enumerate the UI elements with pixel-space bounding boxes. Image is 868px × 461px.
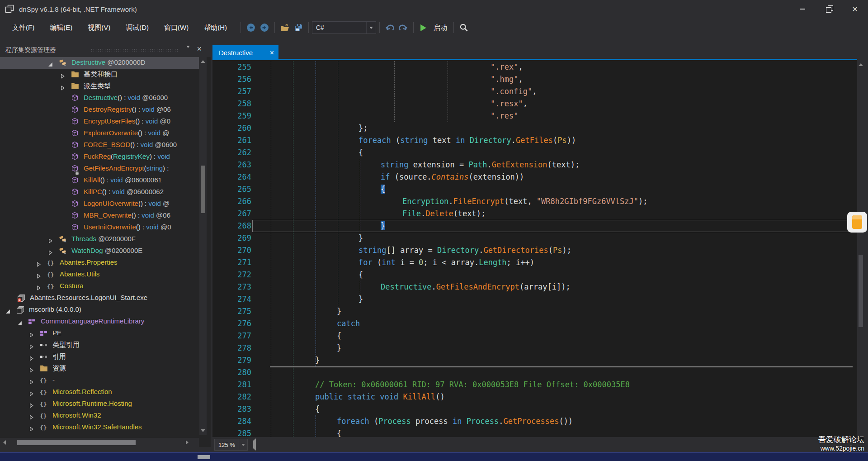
- expander-collapsed-icon[interactable]: [29, 425, 34, 433]
- menu-item-2[interactable]: 视图(V): [80, 18, 118, 37]
- start-debug-button[interactable]: [417, 21, 430, 34]
- redo-button[interactable]: [396, 21, 410, 34]
- expander-collapsed-icon[interactable]: [29, 390, 34, 398]
- expander-collapsed-icon[interactable]: [29, 355, 34, 363]
- expander-collapsed-icon[interactable]: [60, 84, 65, 92]
- expander-collapsed-icon[interactable]: [29, 331, 34, 339]
- expander-expanded-icon[interactable]: [5, 308, 10, 316]
- tree-row[interactable]: {}Abantes.Properties: [0, 257, 199, 269]
- tree-row[interactable]: MBR_Overwrite() : void @06: [0, 210, 199, 222]
- tree-row[interactable]: FuckReg(RegistryKey) : void: [0, 151, 199, 163]
- zoom-control[interactable]: 125 %: [214, 439, 248, 451]
- expander-expanded-icon[interactable]: [17, 319, 22, 328]
- tree-row[interactable]: 基类和接口: [0, 69, 199, 81]
- tree-row[interactable]: ExplorerOverwrite() : void @: [0, 128, 199, 139]
- tree-row[interactable]: PE: [0, 328, 199, 339]
- expander-collapsed-icon[interactable]: [36, 261, 41, 269]
- expander-collapsed-icon[interactable]: [36, 284, 41, 292]
- open-file-button[interactable]: [278, 21, 292, 34]
- code-line: foreach (Process process in Process.GetP…: [337, 415, 573, 428]
- indent-guide: [360, 281, 360, 293]
- tree-row[interactable]: {}Microsoft.Runtime.Hosting: [0, 398, 199, 410]
- tab-destructive[interactable]: Destructive ×: [212, 45, 278, 60]
- expander-collapsed-icon[interactable]: [29, 413, 34, 422]
- tree-row[interactable]: 类型引用: [0, 339, 199, 351]
- tree-row-label: Microsoft.Runtime.Hosting: [52, 399, 132, 407]
- undo-button[interactable]: [383, 21, 396, 34]
- tree-row[interactable]: Destructive() : void @06000: [0, 92, 199, 104]
- floating-tool-badge[interactable]: [847, 212, 867, 233]
- chevron-down-icon[interactable]: [366, 22, 376, 33]
- navigate-forward-button[interactable]: [258, 21, 271, 34]
- menu-item-0[interactable]: 文件(F): [5, 18, 42, 37]
- expander-collapsed-icon[interactable]: [48, 237, 53, 245]
- sidebar-vertical-scrollbar[interactable]: [199, 57, 207, 435]
- window-title: dnSpy v6.1.8 (64-bit, .NET Framework): [19, 5, 137, 13]
- code-line: }: [359, 293, 363, 305]
- tree-row[interactable]: DestroyRegistry() : void @06: [0, 104, 199, 116]
- chevron-down-icon[interactable]: [239, 439, 247, 450]
- navigate-back-button[interactable]: [244, 21, 258, 34]
- editor-vertical-scrollbar[interactable]: [857, 60, 864, 437]
- tab-close-icon[interactable]: ×: [270, 49, 278, 57]
- tree-row-label: DestroyRegistry() : void @06: [84, 105, 171, 113]
- tree-row[interactable]: Abantes.Resources.LogonUI_Start.exe: [0, 292, 199, 304]
- restore-button[interactable]: [816, 0, 842, 18]
- tree-row-label: FuckReg(RegistryKey) : void: [84, 152, 170, 160]
- close-button[interactable]: ×: [842, 0, 868, 18]
- expander-collapsed-icon[interactable]: [29, 343, 34, 351]
- tree-row[interactable]: {}Microsoft.Reflection: [0, 386, 199, 398]
- tree-row[interactable]: Threads @0200000F: [0, 233, 199, 245]
- taskbar-fragment: [198, 455, 210, 459]
- tree-row[interactable]: {}Costura: [0, 280, 199, 292]
- tree-row[interactable]: LogonUIOverwrite() : void @: [0, 198, 199, 210]
- tree-row[interactable]: WatchDog @0200000E: [0, 245, 199, 257]
- tree-row[interactable]: GetFilesAndEncrypt(string) :: [0, 163, 199, 175]
- menu-item-1[interactable]: 编辑(E): [42, 18, 80, 37]
- tree-row[interactable]: FORCE_BSOD() : void @0600: [0, 139, 199, 151]
- tree-row[interactable]: mscorlib (4.0.0.0): [0, 304, 199, 316]
- editor-status-bar: 125 %: [212, 437, 868, 452]
- save-all-button[interactable]: [292, 21, 305, 34]
- tree-row[interactable]: KillAll() : void @06000061: [0, 175, 199, 186]
- menu-item-5[interactable]: 帮助(H): [196, 18, 235, 37]
- tree-row[interactable]: {}Microsoft.Win32.SafeHandles: [0, 422, 199, 433]
- tree-row[interactable]: EncryptUserFiles() : void @0: [0, 116, 199, 128]
- tree-row[interactable]: {}Abantes.Utils: [0, 269, 199, 280]
- expander-collapsed-icon[interactable]: [48, 249, 53, 257]
- expander-collapsed-icon[interactable]: [29, 402, 34, 410]
- scroll-left-icon[interactable]: [253, 441, 256, 449]
- line-number: 269: [212, 232, 251, 244]
- undo-icon: [385, 23, 394, 32]
- search-button[interactable]: [457, 21, 471, 34]
- minimize-button[interactable]: [789, 0, 816, 18]
- expander-collapsed-icon[interactable]: [60, 72, 65, 81]
- panel-close-icon[interactable]: ×: [197, 44, 202, 54]
- language-select[interactable]: C#: [312, 21, 376, 34]
- code-editor[interactable]: 255".rex",256".hmg",257".config",258".re…: [212, 60, 857, 437]
- menu-item-4[interactable]: 窗口(W): [156, 18, 196, 37]
- tree-row[interactable]: CommonLanguageRuntimeLibrary: [0, 316, 199, 328]
- tree-row[interactable]: 引用: [0, 351, 199, 363]
- tree-row[interactable]: {}Microsoft.Win32: [0, 410, 199, 422]
- tree-row[interactable]: 派生类型: [0, 81, 199, 92]
- code-line: }: [337, 305, 341, 318]
- menu-item-3[interactable]: 调试(D): [118, 18, 156, 37]
- expander-expanded-icon[interactable]: [48, 61, 53, 69]
- sidebar-horizontal-scrollbar[interactable]: [0, 438, 199, 447]
- expander-collapsed-icon[interactable]: [29, 366, 34, 375]
- tree-row[interactable]: Destructive @0200000D: [0, 57, 199, 69]
- assembly-explorer-header[interactable]: 程序集资源管理器 ×: [0, 43, 211, 57]
- tree-row[interactable]: UserInitOverwrite() : void @0: [0, 222, 199, 233]
- tree-row[interactable]: {}-: [0, 375, 199, 386]
- fold-icon: [40, 365, 48, 373]
- tree-row[interactable]: KillPC() : void @06000062: [0, 186, 199, 198]
- code-line: {: [381, 183, 385, 195]
- expander-collapsed-icon[interactable]: [29, 378, 34, 386]
- watermark-line2: www.52pojie.cn: [818, 445, 864, 452]
- tree-row[interactable]: 资源: [0, 363, 199, 375]
- expander-collapsed-icon[interactable]: [36, 272, 41, 280]
- ns-icon: {}: [40, 412, 48, 420]
- panel-menu-icon[interactable]: [186, 48, 190, 56]
- start-label[interactable]: 启动: [434, 24, 447, 32]
